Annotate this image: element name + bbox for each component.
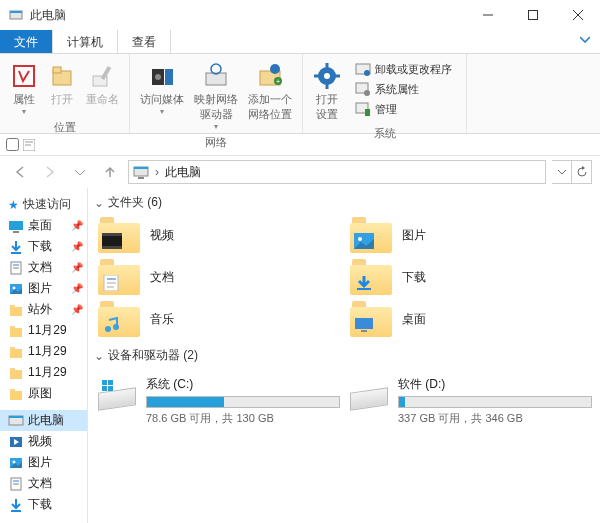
system-properties-button[interactable]: 系统属性 — [351, 80, 456, 98]
tree-item[interactable]: 下载📌 — [0, 236, 87, 257]
folder-icon — [98, 301, 140, 337]
star-icon: ★ — [8, 198, 19, 212]
tree-item[interactable]: 下载 — [0, 494, 87, 515]
folder-icon — [8, 344, 24, 360]
ribbon-toggle-button[interactable] — [570, 30, 600, 53]
tree-item[interactable]: 站外📌 — [0, 299, 87, 320]
minimize-button[interactable] — [465, 0, 510, 30]
folder-label: 图片 — [402, 227, 426, 244]
drive-item[interactable]: 系统 (C:)78.6 GB 可用，共 130 GB — [98, 376, 340, 426]
tree-item[interactable]: 图片 — [0, 452, 87, 473]
svg-rect-39 — [13, 231, 19, 233]
tree-item[interactable]: 图片📌 — [0, 278, 87, 299]
tree-item[interactable]: 11月29 — [0, 320, 87, 341]
svg-rect-52 — [10, 370, 22, 379]
folder-icon — [8, 476, 24, 492]
svg-rect-8 — [53, 67, 61, 73]
svg-rect-46 — [10, 307, 22, 316]
folder-icon — [350, 217, 392, 253]
tree-quick-access[interactable]: ★ 快速访问 — [0, 194, 87, 215]
add-network-location-button[interactable]: + 添加一个 网络位置 — [244, 58, 296, 124]
svg-rect-1 — [10, 11, 22, 13]
ribbon-group-network: 访问媒体 ▾ 映射网络 驱动器 ▾ + 添加一个 网络位置 网络 — [130, 54, 303, 133]
sort-menu-icon[interactable] — [23, 139, 35, 151]
group-header-drives[interactable]: ⌄ 设备和驱动器 (2) — [90, 341, 600, 370]
svg-point-21 — [324, 73, 330, 79]
tree-item[interactable]: 文档📌 — [0, 257, 87, 278]
tree-this-pc[interactable]: 此电脑 — [0, 410, 87, 431]
manage-button[interactable]: 管理 — [351, 100, 456, 118]
folder-item[interactable]: 下载 — [350, 259, 592, 295]
svg-rect-14 — [206, 73, 226, 85]
open-settings-button[interactable]: 打开 设置 — [309, 58, 345, 124]
close-button[interactable] — [555, 0, 600, 30]
chevron-down-icon: ⌄ — [94, 349, 104, 363]
properties-button[interactable]: 属性 ▾ — [6, 58, 42, 118]
drive-item[interactable]: 软件 (D:)337 GB 可用，共 346 GB — [350, 376, 592, 426]
ribbon-group-label: 系统 — [309, 124, 460, 141]
refresh-button[interactable] — [572, 160, 592, 184]
svg-point-17 — [270, 64, 280, 74]
rename-button[interactable]: 重命名 — [82, 58, 123, 109]
address-path: 此电脑 — [165, 164, 201, 181]
folder-item[interactable]: 视频 — [98, 217, 340, 253]
drive-usage-text: 78.6 GB 可用，共 130 GB — [146, 411, 340, 426]
svg-point-76 — [113, 324, 119, 330]
address-dropdown-button[interactable] — [552, 160, 572, 184]
folder-item[interactable]: 文档 — [98, 259, 340, 295]
nav-forward-button[interactable] — [38, 160, 62, 184]
svg-point-60 — [13, 460, 16, 463]
svg-point-75 — [105, 326, 111, 332]
svg-rect-66 — [102, 233, 122, 236]
tree-item[interactable]: 原图 — [0, 383, 87, 404]
chevron-right-icon: › — [155, 165, 159, 179]
pin-icon: 📌 — [71, 304, 83, 315]
this-pc-icon — [8, 413, 24, 429]
open-button[interactable]: 打开 — [44, 58, 80, 109]
folder-icon — [350, 259, 392, 295]
tree-item[interactable]: 11月29 — [0, 341, 87, 362]
drive-icon — [350, 380, 390, 412]
maximize-button[interactable] — [510, 0, 555, 30]
svg-point-27 — [364, 70, 370, 76]
content-pane: ⌄ 文件夹 (6) 视频图片文档下载音乐桌面 ⌄ 设备和驱动器 (2) 系统 (… — [88, 188, 600, 523]
folder-icon — [8, 497, 24, 513]
folder-item[interactable]: 桌面 — [350, 301, 592, 337]
folder-icon — [8, 302, 24, 318]
tree-item[interactable]: 11月29 — [0, 362, 87, 383]
pin-icon: 📌 — [71, 241, 83, 252]
folder-label: 视频 — [150, 227, 174, 244]
nav-recent-button[interactable] — [68, 160, 92, 184]
ribbon-group-label: 网络 — [136, 133, 296, 150]
tab-file[interactable]: 文件 — [0, 30, 53, 53]
svg-rect-80 — [108, 380, 113, 385]
folder-item[interactable]: 图片 — [350, 217, 592, 253]
access-media-button[interactable]: 访问媒体 ▾ — [136, 58, 188, 118]
select-all-checkbox[interactable] — [6, 138, 19, 151]
svg-rect-81 — [102, 386, 107, 391]
tree-item[interactable]: 视频 — [0, 431, 87, 452]
title-bar: 此电脑 — [0, 0, 600, 30]
tab-view[interactable]: 查看 — [118, 30, 171, 53]
tree-item[interactable]: 文档 — [0, 473, 87, 494]
svg-rect-51 — [10, 347, 15, 350]
svg-rect-67 — [102, 246, 122, 249]
folder-icon — [98, 259, 140, 295]
group-header-folders[interactable]: ⌄ 文件夹 (6) — [90, 188, 600, 217]
uninstall-programs-button[interactable]: 卸载或更改程序 — [351, 60, 456, 78]
window-title: 此电脑 — [30, 7, 66, 24]
address-bar[interactable]: › 此电脑 — [128, 160, 546, 184]
nav-back-button[interactable] — [8, 160, 32, 184]
ribbon-group-system: 打开 设置 卸载或更改程序 系统属性 管理 系统 — [303, 54, 467, 133]
tab-computer[interactable]: 计算机 — [53, 30, 118, 53]
nav-up-button[interactable] — [98, 160, 122, 184]
folder-icon — [8, 455, 24, 471]
tree-item[interactable]: 桌面📌 — [0, 215, 87, 236]
folder-label: 文档 — [150, 269, 174, 286]
drive-usage-text: 337 GB 可用，共 346 GB — [398, 411, 592, 426]
map-network-drive-button[interactable]: 映射网络 驱动器 ▾ — [190, 58, 242, 133]
folder-icon — [8, 386, 24, 402]
folder-label: 下载 — [402, 269, 426, 286]
folder-icon — [350, 301, 392, 337]
folder-item[interactable]: 音乐 — [98, 301, 340, 337]
